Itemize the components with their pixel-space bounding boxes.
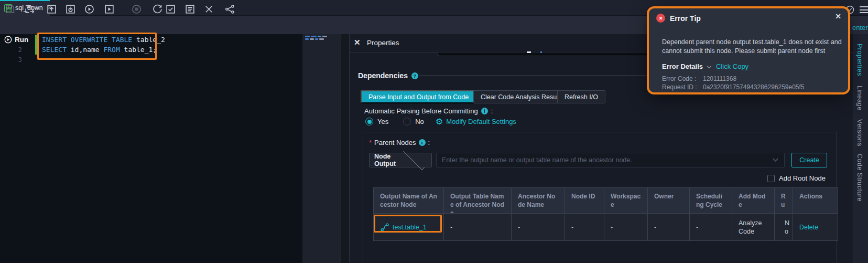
line-number: 3: [0, 55, 30, 65]
error-tip-title: Error Tip: [670, 14, 701, 23]
menu-icon[interactable]: [860, 6, 868, 15]
partial-link-text[interactable]: enter: [852, 24, 868, 31]
add-root-node-label: Add Root Node: [779, 174, 826, 182]
table-header-row: Output Name of Ancestor Node Output Tabl…: [374, 188, 838, 213]
error-message: Dependent parent node output test.table_…: [662, 38, 847, 55]
refresh-io-button[interactable]: Refresh I/O: [557, 90, 605, 103]
auto-parse-label-row: Automatic Parsing Before Committing i :: [364, 107, 493, 115]
parent-nodes-label-row: * Parent Nodes i :: [369, 139, 430, 146]
clear-analysis-button[interactable]: Clear Code Analysis Results: [473, 90, 571, 103]
minimap-line: [305, 38, 324, 40]
panel-splitter[interactable]: [341, 34, 350, 263]
ide-window: Sq sql_down ✕ enter Run: [0, 0, 868, 263]
code-line-2[interactable]: SELECT id,name FROM table_1;: [42, 45, 157, 55]
add-root-node-checkbox[interactable]: [767, 175, 775, 182]
tab-code-structure[interactable]: Code Structure: [856, 154, 863, 202]
error-tip-dialog: ✕ Error Tip ✕ Dependent parent node outp…: [649, 8, 848, 92]
cancel-execution-icon[interactable]: [203, 4, 214, 15]
scheduled-run-icon[interactable]: [65, 4, 76, 15]
run-label: Run: [15, 36, 28, 44]
info-icon[interactable]: i: [481, 108, 488, 114]
table-row: test.table_1 - - - - - - Analyze Code No…: [374, 213, 838, 240]
run-play-icon: [4, 36, 12, 44]
request-id-label: Request ID :: [662, 83, 697, 91]
run-button[interactable]: Run: [4, 36, 28, 44]
scrolled-content-mark: [540, 51, 542, 53]
radio-no-label: No: [415, 118, 424, 125]
sql-editor[interactable]: [0, 34, 302, 263]
info-icon[interactable]: i: [419, 139, 426, 146]
syntax-check-icon[interactable]: [165, 4, 176, 15]
advanced-run-icon[interactable]: [104, 4, 115, 15]
stop-icon[interactable]: [131, 4, 142, 15]
tab-properties[interactable]: Properties: [856, 44, 863, 76]
radio-no[interactable]: [403, 118, 411, 125]
error-icon: ✕: [656, 14, 665, 23]
node-output-select[interactable]: Node Output: [369, 153, 432, 167]
delete-link[interactable]: Delete: [799, 223, 818, 232]
error-code-label: Error Code :: [662, 75, 696, 82]
error-code-value: 1201111368: [703, 75, 736, 82]
save-commit-icon[interactable]: [24, 4, 35, 15]
submit-icon[interactable]: [46, 4, 57, 15]
gear-icon[interactable]: ⚙: [436, 118, 443, 125]
lineage-icon: [380, 223, 389, 232]
reload-icon[interactable]: [152, 4, 163, 15]
request-id-value: 0a2320f917574943286296259e05f5: [703, 83, 805, 91]
error-details-toggle[interactable]: Error Details: [662, 62, 703, 70]
add-mode-cell: Analyze Code: [732, 213, 775, 240]
line-number: 2: [0, 45, 30, 55]
change-indicator-bar: [35, 35, 37, 55]
panel-close-icon[interactable]: ✕: [354, 38, 361, 47]
parse-io-button[interactable]: Parse Input and Output from Code: [361, 90, 476, 103]
auto-parse-radio-group: Yes No ⚙ Modify Default Settings: [365, 118, 516, 125]
panel-title: Properties: [367, 39, 399, 47]
tab-lineage[interactable]: Lineage: [856, 86, 863, 111]
create-button[interactable]: Create: [791, 153, 827, 167]
tab-versions[interactable]: Versions: [856, 119, 863, 146]
editor-minimap[interactable]: [302, 34, 341, 263]
minimap-line: [305, 36, 327, 37]
save-icon[interactable]: [5, 4, 16, 15]
dependencies-heading: Dependencies ?: [358, 71, 418, 80]
dialog-close-icon[interactable]: ✕: [835, 12, 841, 20]
scrolled-content-cursor: [527, 51, 531, 53]
format-icon[interactable]: [185, 4, 196, 15]
ancestor-node-link[interactable]: test.table_1: [380, 223, 427, 232]
modify-default-settings-link[interactable]: Modify Default Settings: [446, 118, 516, 125]
add-root-node-row: Add Root Node: [767, 174, 826, 182]
radio-yes-label: Yes: [377, 118, 388, 125]
parent-nodes-table: Output Name of Ancestor Node Output Tabl…: [373, 187, 838, 241]
chevron-down-icon[interactable]: [707, 64, 711, 68]
required-asterisk: *: [369, 139, 372, 146]
code-line-1[interactable]: INSERT OVERWRITE TABLE table_2: [42, 35, 165, 45]
run-icon[interactable]: [84, 4, 95, 15]
workflow-icon[interactable]: [224, 4, 235, 15]
help-icon[interactable]: ?: [411, 72, 418, 79]
ancestor-search-input[interactable]: [436, 153, 785, 167]
radio-yes[interactable]: [365, 118, 373, 125]
click-copy-link[interactable]: Click Copy: [716, 62, 748, 70]
